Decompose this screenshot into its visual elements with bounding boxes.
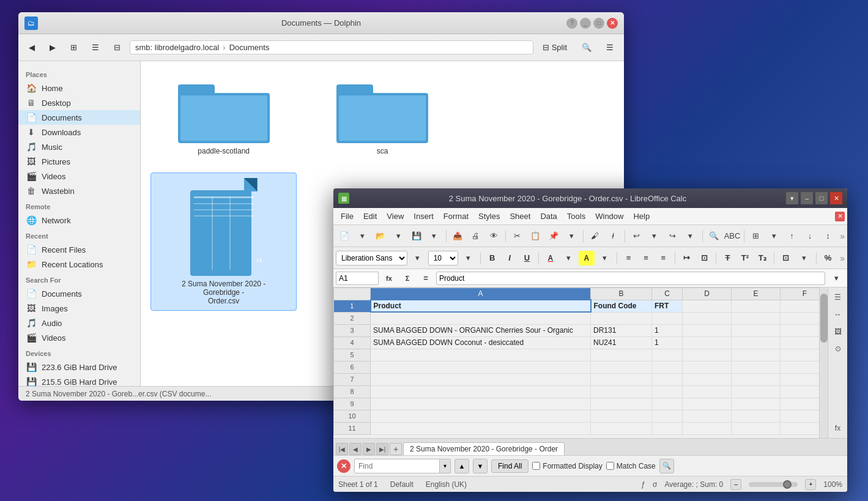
cell-A7[interactable]: [371, 373, 591, 385]
underline-button[interactable]: U: [519, 251, 535, 265]
insert-table-btn[interactable]: ⊞: [747, 228, 764, 244]
calc-restore-button[interactable]: □: [815, 192, 828, 204]
open-btn[interactable]: 📂: [372, 228, 388, 244]
cell-F9[interactable]: [781, 398, 820, 410]
italic-button[interactable]: I: [502, 251, 517, 265]
col-header-F[interactable]: F: [781, 288, 820, 300]
cut-btn[interactable]: ✂: [509, 228, 525, 244]
sidebar-item-network[interactable]: 🌐Network: [18, 213, 140, 228]
cell-B5[interactable]: [591, 349, 652, 361]
font-color-dropdown[interactable]: ▾: [560, 250, 577, 266]
cell-D9[interactable]: [683, 398, 732, 410]
sidebar-item-home[interactable]: 🏠Home: [18, 81, 140, 95]
cell-C11[interactable]: [652, 422, 683, 434]
add-sheet-button[interactable]: +: [390, 443, 402, 455]
indent-button[interactable]: ↦: [679, 251, 694, 265]
save-dropdown-btn[interactable]: ▾: [426, 228, 442, 244]
calc-scrollbar-vertical[interactable]: [819, 288, 828, 438]
equals-btn[interactable]: =: [418, 271, 434, 286]
formula-input[interactable]: [436, 272, 825, 285]
col-header-B[interactable]: B: [591, 288, 652, 300]
cell-E3[interactable]: [732, 324, 781, 336]
menu-file[interactable]: File: [336, 209, 358, 223]
paste-btn[interactable]: 📌: [545, 228, 562, 244]
menu-sheet[interactable]: Sheet: [505, 209, 535, 223]
new-btn[interactable]: 📄: [336, 228, 352, 244]
cell-D4[interactable]: [683, 336, 732, 349]
copy-btn[interactable]: 📋: [527, 228, 544, 244]
tab-nav-next[interactable]: ▶: [363, 443, 375, 455]
sidebar-item-desktop[interactable]: 🖥Desktop: [18, 95, 140, 110]
superscript-button[interactable]: T²: [737, 251, 752, 265]
expand-formula-btn[interactable]: ▾: [828, 270, 845, 286]
paste-dropdown-btn[interactable]: ▾: [563, 228, 579, 244]
sheet-tab-1[interactable]: 2 Suma November 2020 - Gorebridge - Orde…: [403, 442, 565, 455]
menu-button[interactable]: ☰: [601, 40, 619, 55]
cell-E1[interactable]: [732, 300, 781, 312]
cell-C6[interactable]: [652, 361, 683, 373]
calc-maximize-button[interactable]: –: [801, 192, 813, 204]
sort-asc-btn[interactable]: ↑: [784, 228, 800, 244]
cell-E9[interactable]: [732, 398, 781, 410]
cell-B6[interactable]: [591, 361, 652, 373]
cell-A1[interactable]: Product: [371, 300, 591, 312]
font-select[interactable]: Liberation Sans: [336, 251, 407, 265]
gallery-panel-btn[interactable]: 🖼: [831, 324, 845, 339]
sidebar-item-search-videos[interactable]: 🎬Videos: [18, 330, 140, 345]
cell-F3[interactable]: [781, 324, 820, 336]
sidebar-item-downloads[interactable]: ⬇Downloads: [18, 125, 140, 139]
calc-sheet[interactable]: A B C D E F 1 Product Found Code FRT: [333, 288, 819, 438]
export-pdf-btn[interactable]: 📤: [450, 228, 466, 244]
menu-window[interactable]: Window: [590, 209, 628, 223]
font-color-button[interactable]: A: [543, 251, 558, 265]
find-prev-button[interactable]: ▲: [454, 459, 469, 473]
find-all-button[interactable]: Find All: [491, 459, 529, 473]
zoom-out-btn[interactable]: –: [730, 479, 741, 490]
highlight-color-button[interactable]: A: [579, 251, 595, 265]
cell-E4[interactable]: [732, 336, 781, 349]
sidebar-item-videos[interactable]: 🎬Videos: [18, 169, 140, 184]
dolphin-maximize-button[interactable]: □: [593, 18, 604, 29]
sort-desc-btn[interactable]: ↓: [801, 228, 818, 244]
properties-panel-btn[interactable]: ☰: [831, 290, 845, 305]
menu-tools[interactable]: Tools: [562, 209, 590, 223]
preview-btn[interactable]: 👁: [486, 228, 502, 244]
redo-dropdown-btn[interactable]: ▾: [682, 228, 699, 244]
cell-D2[interactable]: [683, 312, 732, 324]
cell-B10[interactable]: [591, 410, 652, 422]
cell-A10[interactable]: [371, 410, 591, 422]
sidebar-item-recent-locations[interactable]: 📁Recent Locations: [18, 257, 140, 272]
sidebar-item-pictures[interactable]: 🖼Pictures: [18, 154, 140, 169]
cell-D7[interactable]: [683, 373, 732, 385]
calc-close-button[interactable]: ✕: [830, 192, 842, 204]
cell-D11[interactable]: [683, 422, 732, 434]
strikethrough-button[interactable]: T: [720, 251, 735, 265]
align-left-button[interactable]: ≡: [621, 251, 636, 265]
navigator-panel-btn[interactable]: ⊙: [831, 341, 845, 356]
sidebar-item-search-audio[interactable]: 🎵Audio: [18, 316, 140, 330]
find-close-button[interactable]: ✕: [337, 459, 351, 473]
sort-btn[interactable]: ↕: [820, 228, 836, 244]
cell-E11[interactable]: [732, 422, 781, 434]
calc-minimize-button[interactable]: ▾: [786, 192, 798, 204]
formatted-display-checkbox[interactable]: [532, 462, 540, 470]
cell-A6[interactable]: [371, 361, 591, 373]
sidebar-item-hdd2[interactable]: 💾215.5 GiB Hard Drive: [18, 374, 140, 386]
forward-button[interactable]: ▶: [44, 40, 61, 55]
back-button[interactable]: ◀: [23, 40, 40, 55]
cell-C2[interactable]: [652, 312, 683, 324]
cell-C8[interactable]: [652, 385, 683, 398]
sidebar-item-hdd1[interactable]: 💾223.6 GiB Hard Drive: [18, 360, 140, 374]
view-split-button[interactable]: ⊟: [108, 40, 126, 55]
cell-A5[interactable]: [371, 349, 591, 361]
cell-D5[interactable]: [683, 349, 732, 361]
tab-nav-first[interactable]: |◀: [336, 443, 348, 455]
italic-strikethrough-btn[interactable]: I: [604, 228, 621, 244]
col-header-A[interactable]: A: [371, 288, 591, 300]
cell-D6[interactable]: [683, 361, 732, 373]
redo-btn[interactable]: ↪: [664, 228, 681, 244]
align-right-button[interactable]: ≡: [656, 251, 671, 265]
cell-reference-input[interactable]: [336, 272, 379, 285]
cell-D1[interactable]: [683, 300, 732, 312]
cell-B4[interactable]: NU241: [591, 336, 652, 349]
